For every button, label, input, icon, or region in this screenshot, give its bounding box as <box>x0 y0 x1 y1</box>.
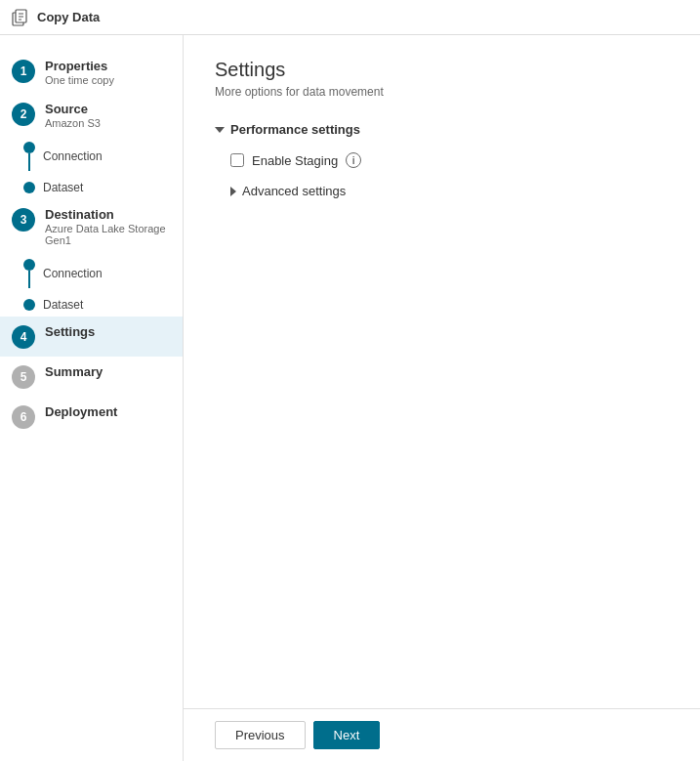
step-label-settings: Settings <box>45 324 95 339</box>
sidebar-item-source[interactable]: 2 Source Amazon S3 <box>0 94 183 137</box>
sub-dot-dest-connection <box>23 259 35 271</box>
sidebar-item-properties[interactable]: 1 Properties One time copy <box>0 51 183 94</box>
source-connection-label: Connection <box>43 149 103 163</box>
collapse-icon <box>215 127 225 133</box>
performance-settings-title: Performance settings <box>230 122 360 137</box>
copy-data-icon <box>12 9 29 26</box>
source-subitems: Connection Dataset <box>0 137 183 199</box>
content-footer: Previous Next <box>184 708 700 761</box>
step-circle-5: 5 <box>12 365 35 389</box>
previous-button[interactable]: Previous <box>215 721 306 749</box>
step-label-summary: Summary <box>45 364 103 379</box>
enable-staging-checkbox[interactable] <box>230 153 244 167</box>
sub-line-dest <box>28 271 30 288</box>
step-label-destination: Destination <box>45 207 171 222</box>
main-layout: 1 Properties One time copy 2 Source Amaz… <box>0 35 700 761</box>
destination-dataset-item[interactable]: Dataset <box>23 293 183 317</box>
page-title: Settings <box>215 59 669 81</box>
destination-subitems: Connection Dataset <box>0 254 183 317</box>
source-dataset-item[interactable]: Dataset <box>23 176 183 199</box>
app-title: Copy Data <box>37 10 100 24</box>
next-button[interactable]: Next <box>313 721 381 749</box>
sub-line-source <box>28 153 30 171</box>
performance-settings-header[interactable]: Performance settings <box>215 122 669 137</box>
source-connection-item[interactable]: Connection <box>23 137 183 176</box>
advanced-settings-row[interactable]: Advanced settings <box>230 184 669 198</box>
destination-dataset-label: Dataset <box>43 298 83 312</box>
step-circle-1: 1 <box>12 60 35 83</box>
step-label-source: Source <box>45 102 101 116</box>
advanced-settings-label: Advanced settings <box>242 184 346 198</box>
step-sublabel-source: Amazon S3 <box>45 117 101 129</box>
enable-staging-label: Enable Staging <box>252 153 338 168</box>
sidebar: 1 Properties One time copy 2 Source Amaz… <box>0 35 184 761</box>
sub-dot-source-connection <box>23 142 35 153</box>
top-bar: Copy Data <box>0 0 700 35</box>
step-circle-3: 3 <box>12 208 35 232</box>
sidebar-item-destination[interactable]: 3 Destination Azure Data Lake Storage Ge… <box>0 199 183 254</box>
enable-staging-row: Enable Staging i <box>230 152 669 168</box>
page-subtitle: More options for data movement <box>215 85 669 99</box>
destination-connection-label: Connection <box>43 267 103 280</box>
sidebar-item-summary[interactable]: 5 Summary <box>0 357 183 397</box>
destination-connection-item[interactable]: Connection <box>23 254 183 293</box>
sidebar-item-deployment[interactable]: 6 Deployment <box>0 397 183 437</box>
step-label-deployment: Deployment <box>45 404 117 419</box>
step-label-properties: Properties <box>45 59 114 73</box>
sidebar-item-settings[interactable]: 4 Settings <box>0 317 183 357</box>
source-dataset-label: Dataset <box>43 181 83 194</box>
sub-dot-dest-dataset <box>23 299 35 311</box>
content-area: Settings More options for data movement … <box>184 35 700 761</box>
enable-staging-info-icon[interactable]: i <box>346 152 361 168</box>
expand-icon <box>230 187 236 196</box>
step-circle-4: 4 <box>12 325 35 349</box>
step-sublabel-destination: Azure Data Lake Storage Gen1 <box>45 223 171 246</box>
sub-dot-source-dataset <box>23 182 35 193</box>
content-body: Settings More options for data movement … <box>184 35 700 708</box>
step-circle-2: 2 <box>12 103 35 126</box>
step-circle-6: 6 <box>12 405 35 429</box>
step-sublabel-properties: One time copy <box>45 74 114 86</box>
